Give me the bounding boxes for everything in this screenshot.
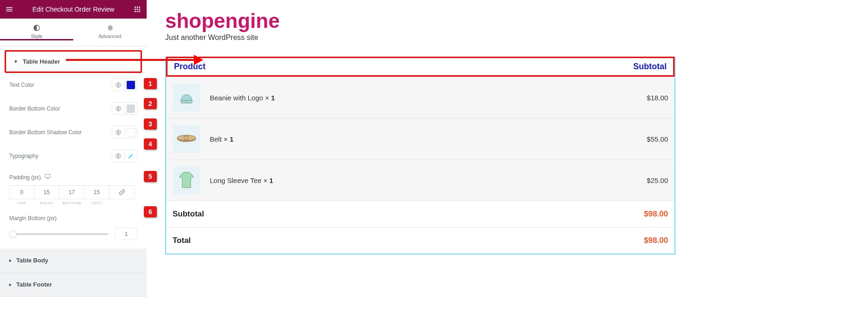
tab-style-label: Style bbox=[31, 33, 42, 39]
globe-icon[interactable] bbox=[112, 150, 125, 162]
annotation-2: 2 bbox=[144, 98, 157, 109]
section-body-label: Table Body bbox=[16, 257, 48, 264]
pad-top-label: TOP bbox=[9, 199, 34, 205]
panel-tabs: Style Advanced bbox=[0, 19, 147, 46]
svg-rect-15 bbox=[45, 174, 51, 177]
padding-right-input[interactable] bbox=[34, 185, 59, 199]
product-name: Belt × 1 bbox=[210, 135, 647, 143]
total-row: Total $98.00 bbox=[166, 227, 675, 254]
product-row: Beanie with Logo × 1 $18.00 bbox=[166, 77, 675, 118]
typography-picker[interactable] bbox=[112, 150, 137, 162]
control-typography: Typography bbox=[9, 144, 137, 168]
svg-rect-5 bbox=[139, 9, 140, 10]
link-values-button[interactable] bbox=[109, 185, 135, 199]
annotation-arrow-head bbox=[194, 55, 203, 65]
slider-thumb[interactable] bbox=[9, 230, 17, 238]
table-header-row: Product Subtotal bbox=[167, 58, 673, 75]
pad-left-label: LEFT bbox=[84, 199, 109, 205]
subtotal-row: Subtotal $98.00 bbox=[166, 201, 675, 227]
pencil-icon[interactable] bbox=[125, 150, 137, 162]
control-border-bottom-color: Border Bottom Color bbox=[9, 97, 137, 120]
total-value: $98.00 bbox=[644, 236, 668, 245]
hamburger-icon[interactable] bbox=[4, 4, 15, 15]
section-table-header[interactable]: ▼ Table Header bbox=[5, 50, 142, 73]
caret-right-icon: ▸ bbox=[9, 282, 12, 287]
apps-icon[interactable] bbox=[132, 4, 143, 15]
product-thumb bbox=[173, 125, 200, 153]
border-bottom-shadow-label: Border Bottom Shadow Color bbox=[9, 129, 82, 136]
product-price: $25.00 bbox=[647, 176, 668, 184]
product-thumb bbox=[173, 84, 200, 111]
padding-label: Padding (px) bbox=[9, 174, 41, 181]
site-title: shopengine bbox=[165, 9, 868, 33]
product-name: Beanie with Logo × 1 bbox=[210, 94, 647, 102]
tab-advanced[interactable]: Advanced bbox=[73, 19, 147, 46]
site-tagline: Just another WordPress site bbox=[165, 33, 868, 42]
section-footer-label: Table Footer bbox=[16, 281, 52, 288]
text-color-label: Text Color bbox=[9, 82, 34, 88]
product-price: $55.00 bbox=[647, 135, 668, 143]
product-qty: 1 bbox=[230, 135, 233, 143]
caret-down-icon: ▼ bbox=[13, 59, 18, 64]
text-color-swatch[interactable] bbox=[127, 81, 135, 89]
annotation-6: 6 bbox=[144, 206, 157, 217]
annotation-4: 4 bbox=[144, 138, 157, 150]
svg-rect-3 bbox=[135, 9, 136, 10]
padding-sublabels: TOP RIGHT BOTTOM LEFT bbox=[9, 199, 137, 205]
globe-icon[interactable] bbox=[112, 79, 125, 91]
product-thumb bbox=[173, 166, 200, 194]
margin-bottom-label: Margin Bottom (px) bbox=[9, 215, 57, 222]
caret-right-icon: ▸ bbox=[9, 258, 12, 263]
border-bottom-color-picker[interactable] bbox=[112, 102, 137, 115]
svg-rect-7 bbox=[137, 11, 138, 12]
pad-right-label: RIGHT bbox=[34, 199, 59, 205]
control-border-bottom-shadow: Border Bottom Shadow Color bbox=[9, 120, 137, 144]
svg-point-17 bbox=[186, 101, 187, 103]
border-bottom-shadow-swatch[interactable] bbox=[127, 128, 135, 137]
svg-rect-4 bbox=[137, 9, 138, 10]
preview-area: shopengine Just another WordPress site P… bbox=[165, 0, 868, 255]
product-price: $18.00 bbox=[647, 94, 668, 102]
margin-bottom-slider[interactable] bbox=[9, 233, 109, 235]
padding-label-row: Padding (px) bbox=[9, 168, 137, 182]
tab-style[interactable]: Style bbox=[0, 19, 73, 46]
section-table-body[interactable]: ▸ Table Body bbox=[0, 248, 147, 273]
section-header-label: Table Header bbox=[23, 58, 60, 65]
svg-rect-8 bbox=[139, 11, 140, 12]
svg-rect-0 bbox=[135, 7, 136, 8]
margin-bottom-value[interactable] bbox=[115, 228, 137, 240]
globe-icon[interactable] bbox=[112, 103, 125, 114]
product-qty: 1 bbox=[271, 94, 275, 102]
typography-label: Typography bbox=[9, 153, 39, 159]
product-name: Long Sleeve Tee × 1 bbox=[210, 176, 647, 184]
total-label: Total bbox=[173, 236, 191, 245]
annotation-1: 1 bbox=[144, 78, 157, 89]
svg-rect-1 bbox=[137, 7, 138, 8]
annotation-arrow-line bbox=[66, 59, 195, 61]
margin-bottom-control: Margin Bottom (px) bbox=[9, 205, 137, 248]
pad-bottom-label: BOTTOM bbox=[59, 199, 84, 205]
subtotal-label: Subtotal bbox=[173, 209, 204, 219]
padding-inputs bbox=[9, 185, 137, 199]
section-table-footer[interactable]: ▸ Table Footer bbox=[0, 273, 147, 297]
padding-bottom-input[interactable] bbox=[59, 185, 84, 199]
svg-rect-6 bbox=[135, 11, 136, 12]
product-row: Belt × 1 $55.00 bbox=[166, 118, 675, 159]
product-row: Long Sleeve Tee × 1 $25.00 bbox=[166, 159, 675, 201]
border-bottom-shadow-picker[interactable] bbox=[112, 126, 137, 138]
panel-title: Edit Checkout Order Review bbox=[15, 6, 132, 13]
tab-advanced-label: Advanced bbox=[99, 33, 122, 39]
desktop-icon[interactable] bbox=[45, 173, 51, 182]
th-subtotal: Subtotal bbox=[633, 62, 667, 72]
table-header-row-highlight: Product Subtotal bbox=[166, 57, 675, 77]
editor-panel: Edit Checkout Order Review Style Advance… bbox=[0, 0, 147, 297]
globe-icon[interactable] bbox=[112, 126, 125, 138]
text-color-picker[interactable] bbox=[112, 78, 137, 91]
border-bottom-color-label: Border Bottom Color bbox=[9, 105, 60, 112]
border-bottom-color-swatch[interactable] bbox=[127, 104, 135, 113]
subtotal-value: $98.00 bbox=[644, 209, 668, 219]
annotation-3: 3 bbox=[144, 118, 157, 130]
padding-top-input[interactable] bbox=[9, 185, 34, 199]
padding-left-input[interactable] bbox=[84, 185, 109, 199]
section-table-header-body: Text Color Border Bottom Color Border Bo… bbox=[0, 73, 147, 248]
